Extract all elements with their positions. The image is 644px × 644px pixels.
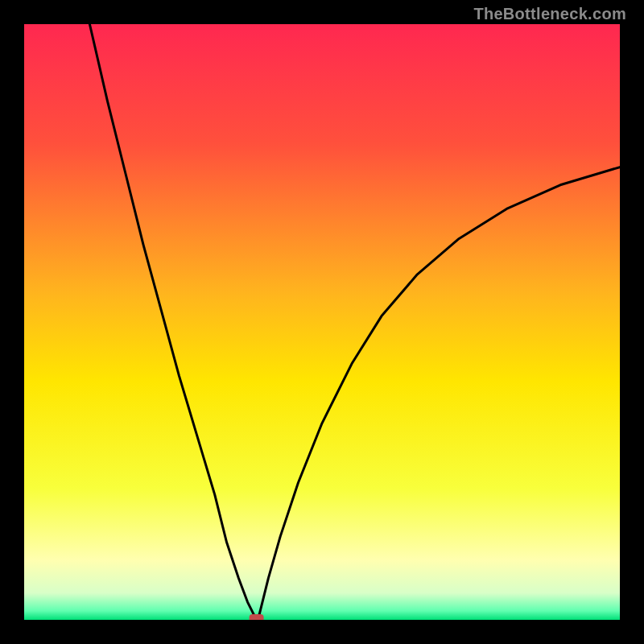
watermark-text: TheBottleneck.com <box>473 5 626 23</box>
chart-background <box>24 24 620 620</box>
chart-svg <box>24 24 620 620</box>
chart-frame: TheBottleneck.com <box>0 0 644 644</box>
chart-plot-area <box>24 24 620 620</box>
marker-dot <box>250 614 264 620</box>
